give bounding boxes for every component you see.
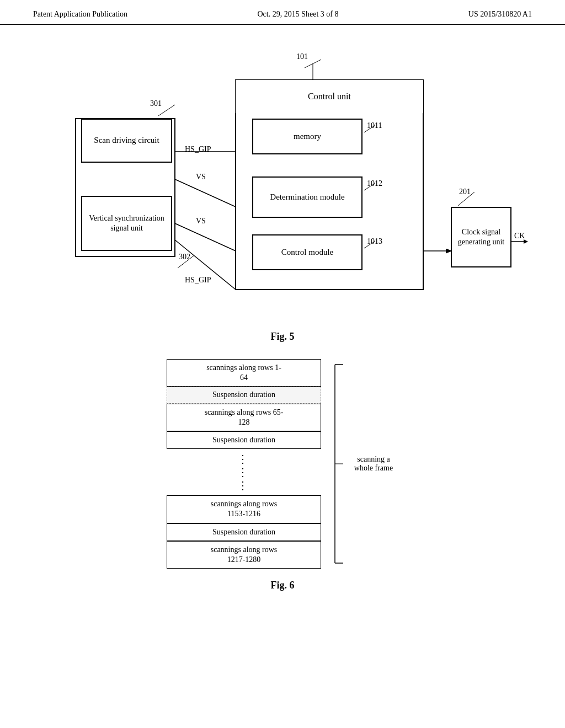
scan-row-2: scannings along rows 65-128 bbox=[167, 404, 321, 431]
fig5-label: Fig. 5 bbox=[33, 331, 532, 342]
vertical-sync-box: Vertical synchronization signal unit bbox=[81, 196, 172, 251]
svg-line-11 bbox=[364, 183, 375, 190]
scan-row-4: scannings along rows1217-1280 bbox=[167, 541, 321, 569]
hs-gip-bottom: HS_GIP bbox=[185, 276, 211, 285]
svg-line-16 bbox=[178, 255, 194, 268]
vs-top: VS bbox=[196, 173, 206, 181]
suspension-row-3: Suspension duration bbox=[167, 523, 321, 541]
vs-bottom: VS bbox=[196, 217, 206, 226]
ellipsis-dots: ⋮⋮⋮ bbox=[167, 449, 321, 495]
header-center: Oct. 29, 2015 Sheet 3 of 8 bbox=[257, 10, 338, 19]
ref-1013-line bbox=[364, 240, 386, 251]
ref-301-line bbox=[156, 102, 183, 119]
svg-line-8 bbox=[305, 60, 321, 68]
whole-frame-label: scanning awhole frame bbox=[349, 455, 398, 473]
ck-arrow bbox=[510, 237, 532, 248]
svg-line-3 bbox=[175, 179, 236, 207]
memory-box: memory bbox=[252, 119, 363, 154]
suspension-row-2: Suspension duration bbox=[167, 431, 321, 449]
ref-101-line bbox=[302, 57, 329, 71]
ref-1011-line bbox=[364, 124, 386, 135]
header-right: US 2015/310820 A1 bbox=[468, 10, 532, 19]
fig6-diagram: scannings along rows 1-64 Suspension dur… bbox=[33, 359, 532, 569]
header-left: Patent Application Publication bbox=[33, 10, 127, 19]
scan-row-3: scannings along rows1153-1216 bbox=[167, 495, 321, 523]
page-header: Patent Application Publication Oct. 29, … bbox=[0, 0, 565, 25]
fig5-diagram: 101 301 Control unit memory 1011 Determi… bbox=[48, 47, 517, 323]
svg-line-9 bbox=[158, 105, 175, 116]
svg-line-13 bbox=[458, 192, 475, 206]
clock-signal-box: Clock signal generating unit bbox=[451, 207, 511, 267]
scan-row-1: scannings along rows 1-64 bbox=[167, 359, 321, 387]
suspension-row-1: Suspension duration bbox=[167, 387, 321, 403]
svg-line-12 bbox=[364, 241, 375, 248]
bracket-svg bbox=[332, 362, 349, 566]
determination-box: Determination module bbox=[252, 176, 363, 218]
control-unit-label: Control unit bbox=[236, 80, 423, 113]
control-module-box: Control module bbox=[252, 234, 363, 270]
svg-line-4 bbox=[175, 223, 236, 251]
fig6-blocks: scannings along rows 1-64 Suspension dur… bbox=[167, 359, 321, 569]
svg-marker-15 bbox=[524, 239, 528, 244]
ref-1012-line bbox=[364, 182, 386, 193]
bracket-area: scanning awhole frame bbox=[332, 362, 398, 566]
svg-line-10 bbox=[364, 125, 375, 132]
ref-302-line bbox=[175, 253, 202, 269]
scan-driving-box: Scan driving circuit bbox=[81, 119, 172, 163]
fig6-label: Fig. 6 bbox=[33, 580, 532, 591]
ref-201-line bbox=[455, 189, 483, 208]
hs-gip-top: HS_GIP bbox=[185, 145, 211, 154]
